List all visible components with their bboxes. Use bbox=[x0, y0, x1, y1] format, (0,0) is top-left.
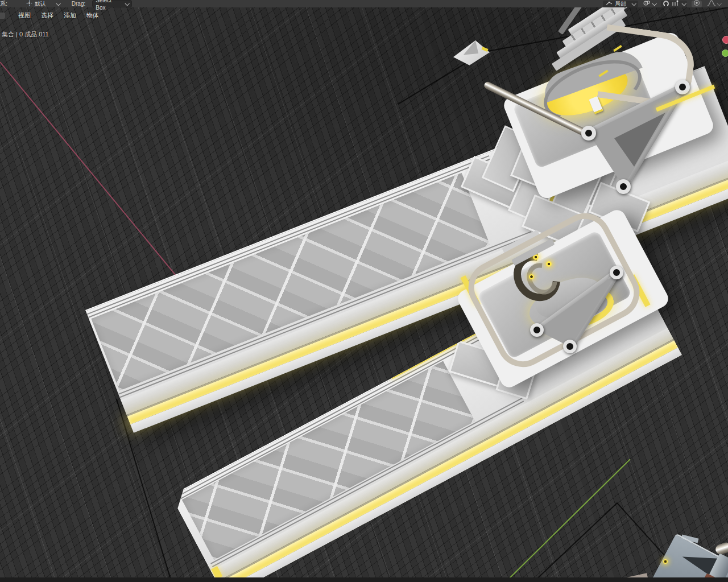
snap-control-group bbox=[661, 1, 687, 7]
falloff-curve-icon bbox=[707, 0, 716, 8]
editor-type-icon[interactable] bbox=[0, 13, 5, 19]
chevron-down-icon bbox=[56, 1, 60, 6]
blender-window: 视图 选择 添加 物体 集合 | 0 成品.011 系: 默认 Drag: Se… bbox=[0, 0, 728, 582]
gizmo-axis-y-dot[interactable] bbox=[722, 49, 728, 57]
falloff-dropdown[interactable] bbox=[705, 1, 722, 7]
menu-view[interactable]: 视图 bbox=[13, 11, 36, 20]
tool-settings-bar: 系: 默认 Drag: Select Box bbox=[0, 0, 728, 7]
chevron-down-icon bbox=[125, 1, 130, 6]
transform-orientation-dropdown[interactable]: 局部 bbox=[603, 1, 638, 7]
magnet-icon[interactable] bbox=[663, 0, 669, 8]
orientation-axes-icon bbox=[606, 0, 613, 8]
tool-orientation-value: 默认 bbox=[35, 0, 46, 7]
drag-mode-value: Select Box bbox=[96, 0, 122, 11]
coordinate-system-label: 系: bbox=[0, 0, 7, 7]
clasp2-pivot-ring bbox=[563, 340, 577, 353]
snap-increment-icon[interactable] bbox=[672, 0, 680, 8]
chevron-down-icon bbox=[681, 1, 686, 6]
corner-mechanism-part bbox=[637, 519, 728, 582]
menu-select[interactable]: 选择 bbox=[36, 11, 59, 20]
clasp1-pivot-ring bbox=[616, 179, 631, 194]
bottom-editor-edge bbox=[0, 577, 728, 582]
pivot-point-dropdown[interactable] bbox=[642, 1, 657, 7]
chevron-down-icon bbox=[631, 1, 636, 6]
drag-label: Drag: bbox=[72, 0, 85, 7]
clasp2-pivot-ring bbox=[610, 266, 623, 279]
viewport-header: 视图 选择 添加 物体 bbox=[0, 10, 104, 21]
clasp2-pivot-ring bbox=[530, 323, 544, 337]
cursor-crosshair-icon bbox=[26, 0, 32, 8]
clasp1-pivot-ring bbox=[581, 126, 596, 141]
tool-orientation-dropdown[interactable]: 默认 bbox=[23, 1, 63, 7]
pivot-point-icon bbox=[643, 0, 651, 8]
menu-object[interactable]: 物体 bbox=[81, 11, 104, 20]
paper-plane-debris bbox=[452, 39, 490, 68]
proportional-editing-icon bbox=[693, 0, 700, 8]
drag-mode-dropdown[interactable]: Select Box bbox=[92, 0, 132, 7]
corner-yellow-dot bbox=[663, 559, 668, 564]
transform-orientation-value: 局部 bbox=[615, 0, 626, 7]
menu-add[interactable]: 添加 bbox=[59, 11, 81, 20]
gizmo-axis-x-dot[interactable] bbox=[722, 36, 728, 44]
viewport-3d[interactable]: 视图 选择 添加 物体 集合 | 0 成品.011 bbox=[0, 7, 728, 582]
collection-overlay-text: 集合 | 0 成品.011 bbox=[2, 30, 49, 39]
clasp1-pivot-ring bbox=[675, 80, 690, 94]
chevron-down-icon bbox=[717, 1, 721, 6]
chevron-down-icon bbox=[652, 1, 656, 6]
proportional-editing-toggle[interactable] bbox=[692, 1, 702, 7]
